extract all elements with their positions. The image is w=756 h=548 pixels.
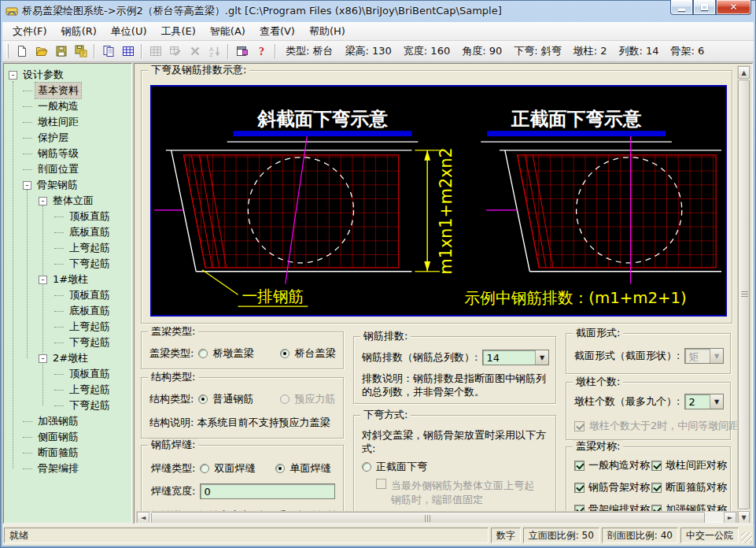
scroll-up-icon: ▲ bbox=[741, 69, 746, 76]
menu-item[interactable]: 工具(E) bbox=[153, 22, 202, 41]
chevron-down-icon[interactable]: ▼ bbox=[710, 394, 723, 409]
normal-section-figure bbox=[486, 136, 721, 283]
tree-item[interactable]: 断面箍筋 bbox=[4, 445, 131, 461]
struct-type-groupbox: 结构类型: 结构类型: 普通钢筋 预应力筋 结构说明: 本系统目前不支持预应力盖… bbox=[141, 377, 344, 439]
dimension-label: m1xn1+m2xn2 bbox=[437, 147, 455, 274]
resize-grip-icon[interactable] bbox=[741, 532, 752, 543]
symmetry-checkbox[interactable] bbox=[574, 505, 585, 512]
tree-item[interactable]: 底板直筋 bbox=[4, 224, 131, 240]
menu-item[interactable]: 钢筋(R) bbox=[54, 22, 104, 41]
rebar-rows-group-label: 钢筋排数: bbox=[360, 330, 411, 342]
save-as-button[interactable] bbox=[71, 43, 90, 61]
tree-item[interactable]: 底板直筋 bbox=[4, 303, 131, 319]
symmetry-checkbox[interactable] bbox=[574, 483, 585, 493]
tree-item[interactable]: 下弯起筋 bbox=[4, 256, 131, 272]
tree-item-label: 断面箍筋 bbox=[35, 445, 81, 461]
bend-mode-groupbox: 下弯方式: 对斜交盖梁，钢筋骨架放置时采用以下方式: 正截面下弯 当最外侧钢筋为… bbox=[353, 415, 556, 511]
pier-count-combo[interactable]: 2 ▼ bbox=[684, 394, 724, 409]
vertical-scrollbar[interactable]: ▲ ▼ bbox=[737, 65, 750, 524]
symmetry-checkbox[interactable] bbox=[574, 461, 585, 471]
scroll-down-button[interactable]: ▼ bbox=[738, 511, 750, 524]
menu-item[interactable]: 单位(U) bbox=[104, 22, 154, 41]
horizontal-scroll-thumb[interactable] bbox=[151, 512, 705, 524]
symmetry-checks: 一般构造对称墩柱间距对称钢筋骨架对称断面箍筋对称骨架编排对称加强钢筋对称 bbox=[574, 458, 728, 511]
section-shape-groupbox: 截面形式: 截面形式（截面形状）: 矩形 ▼ bbox=[566, 333, 731, 374]
new-file-button[interactable] bbox=[12, 43, 31, 61]
menu-item[interactable]: 查看(V) bbox=[253, 22, 302, 41]
tree-item[interactable]: -2#墩柱 bbox=[4, 350, 131, 366]
tree-item-label: 加强钢筋 bbox=[35, 413, 81, 429]
table-button[interactable] bbox=[118, 43, 138, 61]
tree-connector bbox=[23, 138, 32, 139]
tree-item[interactable]: 剖面位置 bbox=[4, 161, 131, 177]
tree-item[interactable]: 一般构造 bbox=[4, 98, 131, 114]
radio-normal-rebar[interactable] bbox=[198, 394, 208, 404]
open-file-button[interactable] bbox=[31, 43, 51, 61]
help-button[interactable]: ? bbox=[252, 43, 271, 61]
symmetry-checkbox[interactable] bbox=[651, 483, 662, 493]
tree-connector bbox=[23, 421, 32, 422]
status-cell: 剖面图比例: 40 bbox=[602, 528, 678, 543]
tree-collapse-icon[interactable]: - bbox=[23, 181, 31, 190]
save-as-icon bbox=[75, 45, 87, 57]
menu-item[interactable]: 文件(F) bbox=[6, 22, 54, 41]
tree-item[interactable]: 顶板直筋 bbox=[4, 366, 131, 382]
symmetry-checkbox[interactable] bbox=[651, 461, 662, 471]
client-area: 文件(F)钢筋(R)单位(U)工具(E)智能(A)查看(V)帮助(H) AZ? … bbox=[2, 22, 754, 546]
minimize-button[interactable] bbox=[670, 0, 693, 15]
close-button[interactable]: ✕ bbox=[716, 0, 751, 15]
radio-single-weld[interactable] bbox=[275, 464, 285, 473]
annotations: 一排钢筋 示例中钢筋排数：(m1+m2+1) bbox=[202, 270, 687, 307]
symmetry-group-label: 盖梁对称: bbox=[573, 440, 623, 453]
maximize-button[interactable] bbox=[693, 0, 716, 15]
tree-item[interactable]: 墩柱间距 bbox=[4, 114, 131, 130]
save-button[interactable] bbox=[51, 43, 71, 61]
tree-item[interactable]: 保护层 bbox=[4, 130, 131, 146]
tree-collapse-icon[interactable]: - bbox=[39, 354, 47, 363]
report-button[interactable] bbox=[232, 43, 252, 61]
scroll-up-button[interactable]: ▲ bbox=[738, 66, 750, 79]
vertical-scroll-thumb[interactable] bbox=[738, 80, 750, 509]
tree-item-label: 基本资料 bbox=[35, 83, 81, 98]
tree-item[interactable]: 上弯起筋 bbox=[4, 382, 131, 398]
copy-button[interactable] bbox=[98, 43, 118, 61]
tree-item[interactable]: -骨架钢筋 bbox=[4, 177, 131, 193]
radio-pier-beam[interactable] bbox=[198, 349, 208, 358]
tree-item[interactable]: 侧面钢筋 bbox=[4, 429, 131, 445]
tree-item[interactable]: -1#墩柱 bbox=[4, 272, 131, 287]
tree-item[interactable]: -设计参数 bbox=[4, 67, 131, 83]
tree-collapse-icon[interactable]: - bbox=[39, 197, 47, 206]
tree-item[interactable]: 上弯起筋 bbox=[4, 319, 131, 335]
chevron-down-icon[interactable]: ▼ bbox=[535, 350, 548, 365]
radio-abutment-beam[interactable] bbox=[280, 349, 289, 358]
equal-spacing-checkbox-label: 墩柱个数大于2时，中间等墩间距 bbox=[589, 419, 737, 433]
tree-item[interactable]: 骨架编排 bbox=[4, 461, 131, 476]
radio-normal-rebar-label: 普通钢筋 bbox=[212, 392, 253, 406]
scroll-left-button[interactable]: ◄ bbox=[137, 512, 149, 524]
struct-type-label: 结构类型: bbox=[149, 392, 194, 406]
tree-collapse-icon[interactable]: - bbox=[9, 71, 17, 80]
scroll-right-button[interactable]: ► bbox=[724, 512, 736, 524]
menu-item[interactable]: 智能(A) bbox=[203, 22, 253, 41]
horizontal-scrollbar[interactable]: ◄ ► bbox=[136, 511, 737, 524]
tree-item[interactable]: 下弯起筋 bbox=[4, 335, 131, 350]
tree-item[interactable]: 上弯起筋 bbox=[4, 240, 131, 256]
rebar-rows-combo[interactable]: 14 ▼ bbox=[482, 350, 549, 365]
radio-double-weld[interactable] bbox=[200, 464, 209, 473]
right-title-underline bbox=[487, 131, 666, 136]
tree-item[interactable]: 钢筋等级 bbox=[4, 146, 131, 161]
tree-collapse-icon[interactable]: - bbox=[39, 276, 47, 284]
tree-item[interactable]: 下弯起筋 bbox=[4, 398, 131, 413]
symmetry-checkbox[interactable] bbox=[651, 505, 662, 512]
tree-item[interactable]: 顶板直筋 bbox=[4, 287, 131, 303]
radio-normal-bend[interactable] bbox=[362, 462, 371, 472]
tree-item[interactable]: 顶板直筋 bbox=[4, 209, 131, 224]
weld-width-input[interactable] bbox=[200, 483, 335, 499]
section-shape-value: 矩形 bbox=[685, 349, 710, 363]
tree-item[interactable]: -整体立面 bbox=[4, 193, 131, 209]
tree-item[interactable]: 基本资料 bbox=[4, 83, 131, 98]
bend-mode-intro: 对斜交盖梁，钢筋骨架放置时采用以下方式: bbox=[362, 428, 549, 455]
menu-item[interactable]: 帮助(H) bbox=[302, 22, 352, 41]
tree-item[interactable]: 加强钢筋 bbox=[4, 413, 131, 429]
skew-section-figure bbox=[154, 136, 411, 283]
